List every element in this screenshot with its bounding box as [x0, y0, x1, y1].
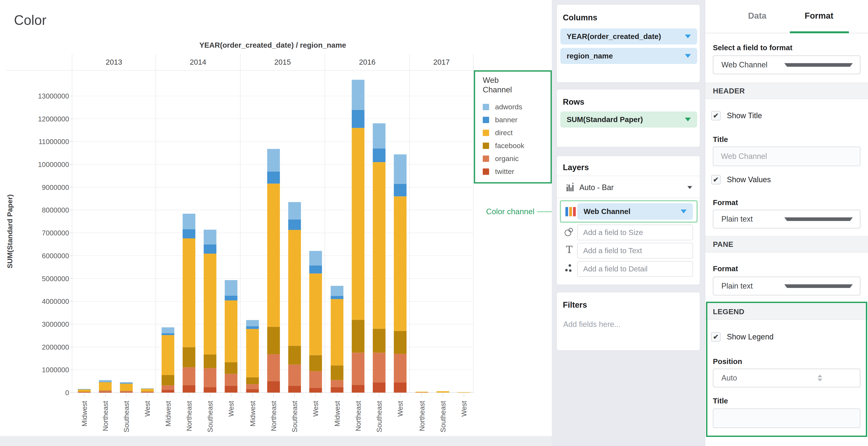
bar-segment[interactable] — [204, 354, 216, 368]
bar-segment[interactable] — [78, 389, 91, 389]
bar-segment[interactable] — [141, 392, 154, 392]
bar-segment[interactable] — [352, 385, 365, 392]
bar-segment[interactable] — [183, 385, 195, 393]
bar-segment[interactable] — [246, 389, 259, 392]
bar-segment[interactable] — [267, 327, 280, 354]
legend-position-select[interactable]: Auto — [713, 369, 860, 387]
bar-segment[interactable] — [225, 295, 237, 300]
bar-segment[interactable] — [309, 274, 322, 355]
bar-segment[interactable] — [246, 329, 259, 377]
legend-item[interactable]: facebook — [483, 139, 551, 152]
bar-segment[interactable] — [331, 380, 343, 387]
bar-segment[interactable] — [394, 196, 406, 331]
legend-item[interactable]: organic — [483, 152, 551, 165]
bar-segment[interactable] — [331, 296, 343, 299]
caret-down-icon[interactable] — [685, 54, 691, 58]
caret-down-icon[interactable] — [685, 118, 691, 121]
bar-segment[interactable] — [99, 382, 112, 390]
show-title-checkbox[interactable]: ✔ — [711, 111, 720, 120]
bar-segment[interactable] — [141, 391, 154, 392]
bar-segment[interactable] — [394, 184, 406, 196]
bar-segment[interactable] — [267, 381, 280, 392]
text-drop-slot[interactable]: Add a field to Text — [577, 243, 693, 258]
bar-segment[interactable] — [78, 391, 91, 392]
bar-segment[interactable] — [352, 79, 365, 110]
caret-down-icon[interactable] — [681, 210, 687, 213]
bar-segment[interactable] — [204, 368, 216, 387]
bar-segment[interactable] — [204, 245, 216, 254]
bar-segment[interactable] — [99, 380, 112, 382]
size-drop-slot[interactable]: Add a field to Size — [577, 225, 693, 240]
bar-segment[interactable] — [373, 329, 385, 353]
bar-segment[interactable] — [120, 391, 133, 391]
bar-segment[interactable] — [183, 368, 195, 385]
bar-segment[interactable] — [309, 355, 322, 371]
bar-segment[interactable] — [162, 327, 175, 333]
pane-format-select[interactable]: Plain text — [713, 277, 860, 295]
bar-segment[interactable] — [415, 392, 428, 392]
bar-segment[interactable] — [183, 214, 195, 229]
bar-segment[interactable] — [288, 220, 301, 230]
bar-segment[interactable] — [204, 230, 216, 245]
bar-segment[interactable] — [309, 265, 322, 274]
bar-segment[interactable] — [288, 346, 301, 364]
bar-segment[interactable] — [78, 392, 91, 392]
bar-segment[interactable] — [225, 300, 237, 362]
bar-segment[interactable] — [352, 353, 365, 385]
bar-segment[interactable] — [78, 389, 91, 391]
bar-segment[interactable] — [204, 254, 216, 354]
legend-item[interactable]: banner — [483, 114, 551, 126]
bar-segment[interactable] — [225, 362, 237, 374]
bar-segment[interactable] — [267, 149, 280, 171]
bar-segment[interactable] — [458, 392, 470, 392]
bar-segment[interactable] — [415, 392, 428, 393]
bar-segment[interactable] — [267, 354, 280, 381]
bar-segment[interactable] — [120, 383, 133, 384]
bar-segment[interactable] — [246, 377, 259, 384]
bar-segment[interactable] — [309, 251, 322, 265]
bar-segment[interactable] — [373, 162, 385, 329]
caret-down-icon[interactable] — [685, 35, 691, 38]
legend-title-input[interactable] — [713, 409, 860, 428]
bar-segment[interactable] — [309, 388, 322, 392]
color-field-pill[interactable]: Web Channel — [577, 203, 693, 220]
bar-segment[interactable] — [246, 384, 259, 389]
bar-segment[interactable] — [225, 386, 237, 392]
bar-segment[interactable] — [120, 384, 133, 391]
bar-segment[interactable] — [120, 391, 133, 392]
tab-format[interactable]: Format — [805, 11, 833, 21]
bar-segment[interactable] — [183, 238, 195, 347]
bar-segment[interactable] — [267, 184, 280, 327]
bar-segment[interactable] — [352, 320, 365, 353]
bar-segment[interactable] — [288, 230, 301, 346]
bar-segment[interactable] — [162, 385, 175, 390]
bar-segment[interactable] — [373, 353, 385, 382]
bar-segment[interactable] — [309, 371, 322, 388]
bar-segment[interactable] — [288, 202, 301, 220]
bar-segment[interactable] — [183, 347, 195, 368]
rows-pill-sum[interactable]: SUM(Standard Paper) — [560, 112, 697, 128]
bar-segment[interactable] — [394, 155, 406, 184]
show-values-checkbox[interactable]: ✔ — [711, 175, 720, 184]
bar-segment[interactable] — [246, 326, 259, 329]
bar-segment[interactable] — [162, 333, 175, 335]
caret-down-icon[interactable] — [687, 186, 692, 189]
bar-segment[interactable] — [141, 389, 154, 391]
bar-segment[interactable] — [394, 382, 406, 393]
columns-pill-year[interactable]: YEAR(order_created_date) — [560, 28, 697, 44]
legend-item[interactable]: direct — [483, 126, 551, 139]
bar-segment[interactable] — [331, 387, 343, 392]
bar-segment[interactable] — [394, 331, 406, 354]
bar-segment[interactable] — [120, 392, 133, 392]
legend-item[interactable]: twitter — [483, 165, 551, 178]
bar-segment[interactable] — [120, 382, 133, 383]
filters-drop-area[interactable]: Add fields here... — [563, 320, 620, 329]
bar-segment[interactable] — [373, 149, 385, 162]
bar-segment[interactable] — [394, 354, 406, 382]
layer-type-row[interactable]: Auto - Bar — [557, 178, 701, 197]
bar-segment[interactable] — [373, 382, 385, 393]
chart-bottom-scroll-area[interactable] — [0, 436, 552, 446]
bar-segment[interactable] — [352, 110, 365, 128]
bar-segment[interactable] — [437, 391, 449, 393]
bar-segment[interactable] — [331, 365, 343, 380]
